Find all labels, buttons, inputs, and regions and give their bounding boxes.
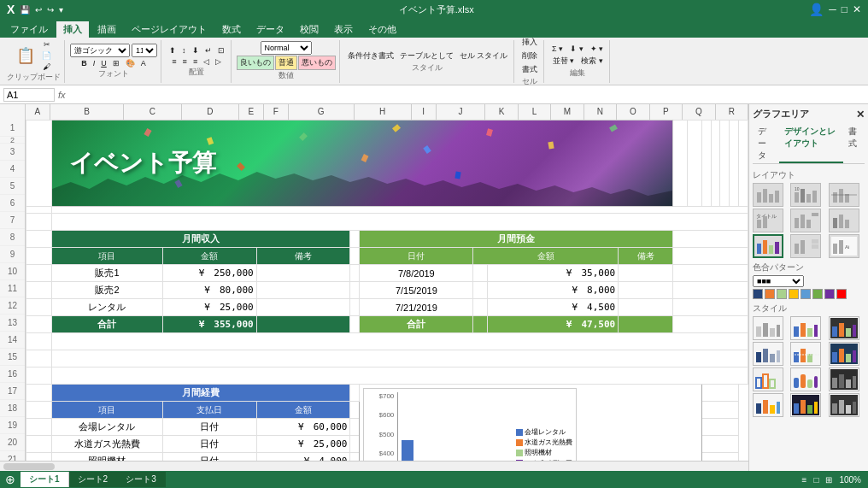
row-13[interactable]: 13: [0, 315, 25, 332]
row-18[interactable]: 18: [0, 400, 25, 417]
copy-btn[interactable]: 📄: [39, 50, 54, 61]
cell-l1[interactable]: [673, 121, 688, 207]
income-r1-note[interactable]: [256, 265, 350, 282]
cell-a9[interactable]: [26, 316, 52, 333]
cell-a8[interactable]: [26, 299, 52, 316]
minimize-btn[interactable]: ─: [829, 3, 836, 15]
paste-btn[interactable]: 📋: [14, 45, 38, 66]
style-11[interactable]: [790, 393, 821, 417]
col-b[interactable]: B: [50, 104, 124, 120]
fontcolor-btn[interactable]: A: [138, 58, 149, 68]
col-e[interactable]: E: [239, 104, 264, 120]
row-2[interactable]: 2: [0, 137, 25, 144]
cell-a11[interactable]: [26, 350, 52, 367]
underline-btn[interactable]: U: [98, 58, 109, 68]
cell-a6[interactable]: [26, 265, 52, 282]
row-12[interactable]: 12: [0, 297, 25, 315]
border-btn[interactable]: ⊞: [110, 58, 122, 68]
style-5[interactable]: [790, 342, 821, 366]
exp-r1-item[interactable]: 会場レンタル: [52, 419, 163, 436]
exp-r1-amount[interactable]: ¥ 60,000: [256, 419, 350, 436]
row-17[interactable]: 17: [0, 383, 25, 400]
income-r3-note[interactable]: [256, 299, 350, 316]
exp-r2-amount[interactable]: ¥ 25,000: [256, 436, 350, 453]
cell-e4[interactable]: [350, 231, 360, 248]
col-p[interactable]: P: [650, 104, 683, 120]
cell-e5[interactable]: [350, 248, 360, 265]
panel-tab-format[interactable]: 書式: [843, 124, 865, 163]
color-select[interactable]: ■■■: [753, 275, 804, 287]
cell-p1[interactable]: [720, 121, 730, 207]
format-cell-btn[interactable]: 書式: [519, 63, 540, 76]
col-q[interactable]: Q: [683, 104, 715, 120]
col-d[interactable]: D: [182, 104, 239, 120]
row-10[interactable]: 10: [0, 263, 25, 280]
col-o[interactable]: O: [617, 104, 649, 120]
income-r2-amount[interactable]: ¥ 80,000: [162, 282, 256, 299]
cell-a16[interactable]: [26, 436, 52, 453]
layout-item-7[interactable]: [753, 234, 783, 258]
insert-cell-btn[interactable]: 挿入: [519, 36, 540, 49]
exp-r2-date[interactable]: 日付: [162, 436, 256, 453]
view-break-icon[interactable]: ⊞: [825, 475, 832, 485]
layout-item-6[interactable]: [829, 209, 859, 232]
sort-btn[interactable]: 並替 ▾: [550, 55, 578, 68]
layout-item-1[interactable]: [753, 183, 783, 207]
style-10[interactable]: [753, 393, 783, 417]
col-c[interactable]: C: [124, 104, 181, 120]
tab-file[interactable]: ファイル: [3, 21, 55, 38]
cell-o1[interactable]: [711, 121, 720, 207]
merge-btn[interactable]: ⊡: [215, 45, 227, 56]
reserve-r1-note[interactable]: [619, 265, 673, 282]
horizontal-scrollbar[interactable]: [0, 461, 748, 471]
tab-insert[interactable]: 挿入: [56, 21, 89, 38]
table-btn[interactable]: テーブルとして: [397, 50, 456, 62]
style-2[interactable]: [790, 316, 821, 340]
cell-a13[interactable]: [26, 385, 52, 402]
swatch-purple[interactable]: [824, 289, 835, 299]
income-r3-item[interactable]: レンタル: [52, 299, 163, 316]
row-6[interactable]: 6: [0, 195, 25, 212]
exp-r2-item[interactable]: 水道ガス光熱費: [52, 436, 163, 453]
name-box[interactable]: [3, 88, 55, 102]
font-selector[interactable]: 游ゴシック: [70, 44, 130, 57]
conditional-fmt-btn[interactable]: 条件付き書式: [345, 50, 396, 62]
cell-a3[interactable]: [26, 214, 52, 231]
currency-btn[interactable]: 良いもの: [237, 56, 274, 70]
style-3[interactable]: [829, 316, 859, 340]
panel-tab-data[interactable]: データ: [753, 124, 779, 163]
sheet-add-btn[interactable]: ⊕: [0, 473, 21, 486]
row-7[interactable]: 7: [0, 212, 25, 229]
sheet-tab-1[interactable]: シート1: [21, 472, 69, 487]
font-size[interactable]: 11: [132, 44, 157, 57]
align-right-btn[interactable]: ≡: [191, 56, 200, 67]
cell-m1[interactable]: [688, 121, 702, 207]
cell-e8[interactable]: [350, 299, 360, 316]
cell-a2[interactable]: [26, 207, 52, 214]
cell-e13[interactable]: [350, 385, 360, 402]
row-4[interactable]: 4: [0, 161, 25, 178]
style-8[interactable]: [790, 367, 821, 391]
row-3[interactable]: 3: [0, 144, 25, 161]
cell-a10[interactable]: [26, 333, 52, 350]
cell-a5[interactable]: [26, 248, 52, 265]
exp-r3-amount[interactable]: ¥ 4,000: [256, 453, 350, 462]
wrap-text-btn[interactable]: ↵: [202, 45, 214, 56]
cell-e9[interactable]: [350, 316, 360, 333]
number-format[interactable]: Normal: [261, 41, 312, 55]
sheet-tab-2[interactable]: シート2: [69, 472, 118, 487]
row-11[interactable]: 11: [0, 280, 25, 297]
row-19[interactable]: 19: [0, 417, 25, 434]
row-21[interactable]: 21: [0, 451, 25, 461]
view-normal-icon[interactable]: ≡: [802, 475, 807, 485]
cut-btn[interactable]: ✂: [39, 39, 54, 50]
reserve-r2-date[interactable]: 7/15/2019: [360, 282, 473, 299]
exp-r3-date[interactable]: 日付: [162, 453, 256, 462]
cell-e6[interactable]: [350, 265, 360, 282]
cell-e14[interactable]: [350, 402, 360, 419]
clear-btn[interactable]: ✦ ▾: [588, 44, 607, 54]
layout-item-9[interactable]: Ai: [829, 234, 859, 258]
scroll-thumb[interactable]: [3, 463, 55, 470]
cell-q1[interactable]: [730, 121, 739, 207]
cell-style-btn[interactable]: セル スタイル: [457, 50, 511, 62]
